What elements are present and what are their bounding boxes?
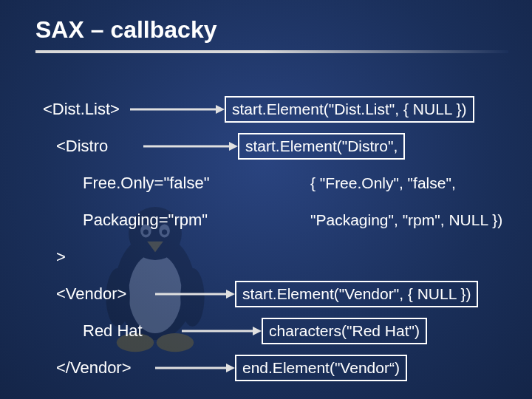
arrow-icon xyxy=(155,288,235,300)
arrow-icon xyxy=(130,103,225,115)
mapping-row: Red Hat characters("Red Hat") xyxy=(43,316,517,346)
xml-fragment: Packaging="rpm" xyxy=(43,211,304,230)
svg-marker-19 xyxy=(253,327,262,335)
title-bar: SAX – callbacky xyxy=(35,10,532,49)
callback-text: "Packaging", "rpm", NULL }) xyxy=(304,211,502,229)
svg-marker-17 xyxy=(226,290,235,299)
arrow-icon xyxy=(155,362,235,374)
mapping-row: <Vendor> start.Element("Vendor", { NULL … xyxy=(43,279,517,309)
xml-fragment: > xyxy=(43,248,66,267)
svg-marker-15 xyxy=(229,142,238,151)
svg-marker-13 xyxy=(216,105,225,114)
slide: SAX – callbacky <Dist.List> start.Elemen… xyxy=(0,0,532,399)
xml-fragment: <Dist.List> xyxy=(43,100,130,119)
mapping-row: Free.Only="false" { "Free.Only", "false"… xyxy=(43,168,517,198)
callback-box: start.Element("Distro", xyxy=(238,133,405,160)
mapping-row: Packaging="rpm" "Packaging", "rpm", NULL… xyxy=(43,205,517,235)
slide-title: SAX – callbacky xyxy=(35,16,216,44)
xml-fragment: </Vendor> xyxy=(43,358,155,378)
arrow-icon xyxy=(143,140,238,152)
mapping-row: <Distro start.Element("Distro", xyxy=(43,132,517,161)
svg-marker-21 xyxy=(226,364,235,372)
mapping-row: <Dist.List> start.Element("Dist.List", {… xyxy=(43,95,517,124)
callback-text: { "Free.Only", "false", xyxy=(304,174,456,192)
xml-fragment: Free.Only="false" xyxy=(43,174,304,193)
mapping-row: > xyxy=(43,242,517,272)
xml-fragment: Red Hat xyxy=(43,321,182,341)
arrow-icon xyxy=(182,325,262,337)
mapping-row: </Vendor> end.Element("Vendor“) xyxy=(43,353,517,383)
callback-box: characters("Red Hat") xyxy=(262,318,427,344)
title-underline xyxy=(35,50,508,53)
callback-box: start.Element("Vendor", { NULL }) xyxy=(235,281,478,307)
callback-box: start.Element("Dist.List", { NULL }) xyxy=(225,96,474,123)
xml-fragment: <Distro xyxy=(43,137,143,156)
callback-box: end.Element("Vendor“) xyxy=(235,355,407,381)
xml-fragment: <Vendor> xyxy=(43,284,155,304)
